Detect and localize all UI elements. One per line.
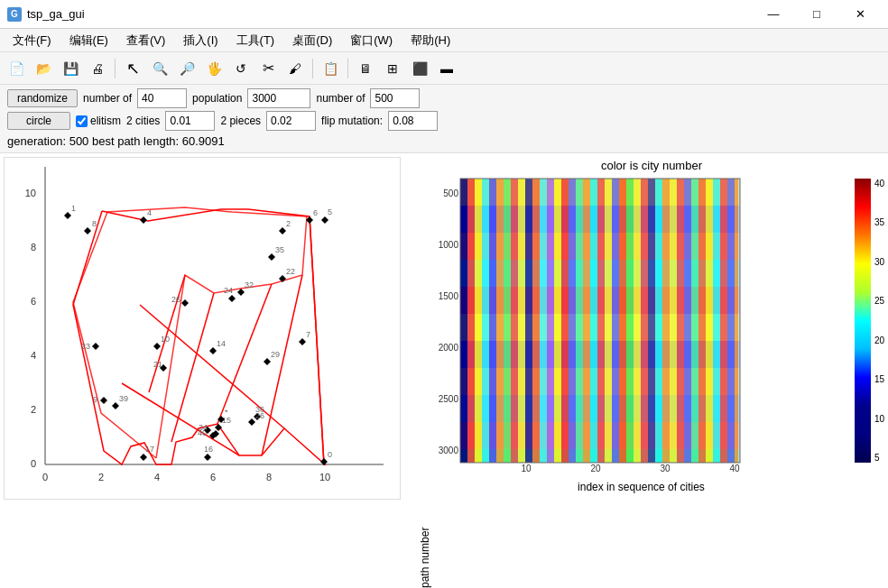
svg-text:1000: 1000 [439,240,459,250]
toolbar-zoom-out[interactable]: 🔎 [174,56,199,81]
toolbar-select[interactable]: ↖ [120,56,145,81]
toolbar-zoom-in[interactable]: 🔍 [147,56,172,81]
population-input[interactable] [247,88,310,108]
svg-text:10: 10 [161,335,170,344]
city-17 [140,454,147,461]
controls-row1: randomize number of population number of [7,88,881,108]
svg-text:3000: 3000 [439,446,459,455]
city-23 [92,343,99,350]
number-of-input[interactable] [137,88,187,108]
toolbar-save[interactable]: 💾 [58,56,83,81]
toolbar-monitor[interactable]: 🖥 [353,56,378,81]
svg-text:1500: 1500 [439,291,459,301]
close-button[interactable]: ✕ [839,3,881,26]
svg-text:8: 8 [31,242,36,253]
elitism-checkbox[interactable] [76,115,88,127]
svg-line-19 [262,275,302,455]
svg-rect-101 [460,206,740,233]
menu-file[interactable]: 文件(F) [4,31,60,51]
svg-rect-106 [460,341,740,368]
window-controls: — □ ✕ [753,3,881,26]
menu-desktop[interactable]: 桌面(D) [283,31,341,51]
svg-rect-104 [460,287,740,314]
tsp-chart: 0 2 4 6 8 10 0 2 4 6 8 10 [4,157,401,500]
svg-text:40: 40 [729,464,740,473]
toolbar-tile1[interactable]: ⊞ [380,56,405,81]
svg-text:6: 6 [313,208,318,217]
svg-text:14: 14 [217,339,226,348]
flip-mutation-input[interactable] [388,111,438,131]
svg-rect-109 [460,422,740,449]
svg-line-17 [171,293,214,442]
menu-help[interactable]: 帮助(H) [402,31,459,51]
menu-insert[interactable]: 插入(I) [174,31,227,51]
colorbar [855,179,871,463]
svg-text:9: 9 [93,395,97,404]
menu-edit[interactable]: 编辑(E) [60,31,117,51]
menu-window[interactable]: 窗口(W) [341,31,402,51]
toolbar-clipboard[interactable]: 📋 [318,56,343,81]
svg-text:500: 500 [443,188,458,198]
number-of2-input[interactable] [370,88,420,108]
svg-rect-110 [460,449,740,463]
svg-text:29: 29 [271,350,280,359]
right-x-label: index in sequence of cities [433,481,849,493]
right-chart-title: color is city number [419,157,884,174]
menu-bar: 文件(F) 编辑(E) 查看(V) 插入(I) 工具(T) 桌面(D) 窗口(W… [0,29,888,52]
svg-text:0: 0 [328,450,332,459]
maximize-button[interactable]: □ [796,3,837,26]
circle-button[interactable]: circle [7,112,70,130]
population-label: population [192,92,242,105]
svg-rect-108 [460,395,740,422]
controls-area: randomize number of population number of… [0,85,888,153]
main-content: 0 2 4 6 8 10 0 2 4 6 8 10 [0,153,888,588]
randomize-button[interactable]: randomize [7,89,78,107]
elitism-check-label[interactable]: elitism [76,115,121,127]
svg-text:10: 10 [319,472,330,482]
city-8 [84,227,91,234]
tsp-path: 0 6 5 2 35 22 24 [64,204,338,500]
toolbar-brush[interactable]: 🖌 [282,56,308,81]
city-29 [264,358,271,365]
title-bar: G tsp_ga_gui — □ ✕ [0,0,888,29]
svg-text:6: 6 [210,472,216,482]
svg-text:8: 8 [92,219,97,228]
svg-text:2: 2 [286,219,291,228]
city-26 [181,299,189,307]
svg-text:35: 35 [275,245,284,254]
svg-text:4: 4 [147,208,152,217]
toolbar-pan[interactable]: 🖐 [201,56,227,81]
city-4 [140,216,147,224]
svg-text:21: 21 [153,360,162,369]
svg-text:23: 23 [81,342,90,351]
svg-text:26: 26 [171,295,180,304]
pieces-input[interactable] [266,111,316,131]
svg-text:0: 0 [31,458,36,469]
toolbar-undo[interactable]: ↺ [228,56,254,81]
city-14 [209,347,217,354]
menu-view[interactable]: 查看(V) [117,31,174,51]
svg-text:8: 8 [266,472,272,482]
city-5 [321,216,328,224]
menu-tools[interactable]: 工具(T) [227,31,284,51]
controls-row2: circle elitism 2 cities 2 pieces flip mu… [7,111,881,131]
left-panel: 0 2 4 6 8 10 0 2 4 6 8 10 [0,153,415,588]
svg-text:2: 2 [98,472,104,482]
minimize-button[interactable]: — [753,3,794,26]
toolbar-tile2[interactable]: ⬛ [407,56,432,81]
toolbar-new[interactable]: 📄 [4,56,29,81]
svg-rect-105 [460,314,740,341]
svg-rect-107 [460,368,740,395]
toolbar-tile3[interactable]: ▬ [434,56,459,81]
svg-text:*: * [225,408,228,417]
colormap-image [460,179,740,463]
svg-text:10: 10 [25,188,36,198]
city-7 [299,338,306,345]
toolbar: 📄 📂 💾 🖨 ↖ 🔍 🔎 🖐 ↺ ✂ 🖌 📋 🖥 ⊞ ⬛ ▬ [0,52,888,85]
toolbar-open[interactable]: 📂 [31,56,56,81]
svg-text:1: 1 [71,204,76,213]
svg-text:5: 5 [328,207,332,216]
cities-input[interactable] [165,111,215,131]
toolbar-print[interactable]: 🖨 [85,56,110,81]
toolbar-cut[interactable]: ✂ [255,56,281,81]
